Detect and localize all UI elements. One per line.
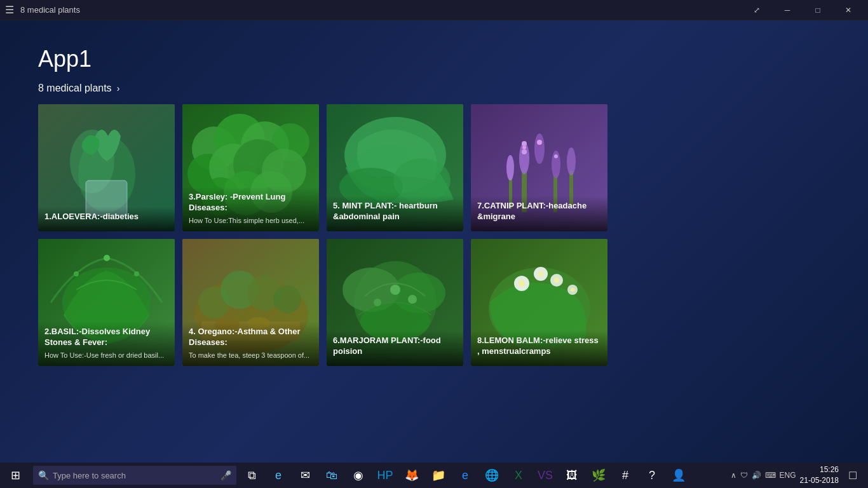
close-button[interactable]: ✕ [834, 0, 863, 20]
taskbar-apps: ⧉ e ✉ 🛍 ◉ HP 🦊 📁 e 🌐 X VS 🖼 🌿 # ? 👤 [239, 463, 691, 488]
app-content: App1 8 medical plants › 1.ALOEVERA:-diab… [0, 20, 868, 463]
svg-point-64 [538, 271, 543, 276]
plant-card-overlay-5: 2.BASIL:-Dissolves Kidney Stones & Fever… [38, 322, 175, 366]
lang-indicator[interactable]: ENG [780, 471, 796, 480]
help-icon[interactable]: ? [639, 463, 665, 488]
user-icon[interactable]: 👤 [666, 463, 691, 488]
volume-icon[interactable]: 🔊 [752, 471, 761, 480]
plant-card-title-4: 7.CATNIP PLANT:-headache &migrane [477, 201, 601, 222]
excel-icon[interactable]: X [506, 463, 531, 488]
keyboard-icon[interactable]: ⌨ [765, 471, 776, 480]
plant-card-overlay-3: 5. MINT PLANT:- heartburn &abdominal pai… [327, 196, 463, 231]
titlebar-controls: ⤢ ─ □ ✕ [742, 0, 863, 20]
plant-card-title-6: 4. Oregano:-Asthma & Other Diseases: [189, 327, 313, 348]
section-header[interactable]: 8 medical plants › [38, 83, 830, 94]
plant-card-title-8: 8.LEMON BALM:-relieve stress , menstrual… [477, 336, 601, 357]
app2-icon[interactable]: 🌿 [586, 463, 611, 488]
plant-card-title-2: 3.Parsley: -Prevent Lung Diseases: [189, 192, 313, 214]
svg-point-37 [104, 255, 110, 261]
svg-point-33 [554, 154, 558, 158]
edge-icon[interactable]: e [266, 463, 291, 488]
svg-point-55 [374, 299, 381, 306]
plant-card-desc-6: To make the tea, steep 3 teaspoon of... [189, 351, 313, 360]
svg-point-27 [506, 155, 514, 180]
svg-point-28 [567, 147, 576, 175]
plant-card-4[interactable]: 7.CATNIP PLANT:-headache &migrane [471, 104, 607, 231]
plant-card-desc-2: How To Use:This simple herb used,... [189, 216, 313, 225]
plant-card-overlay-7: 6.MARJORAM PLANT:-food poision [327, 330, 463, 366]
plant-card-6[interactable]: 4. Oregano:-Asthma & Other Diseases: To … [182, 239, 319, 366]
titlebar-left: ☰ 8 medical plants [5, 4, 80, 16]
plant-card-8[interactable]: 8.LEMON BALM:-relieve stress , menstrual… [471, 239, 607, 366]
taskbar-right: ∧ 🛡 🔊 ⌨ ENG 15:26 21-05-2018 ☐ [731, 463, 868, 488]
plant-card-3[interactable]: 5. MINT PLANT:- heartburn &abdominal pai… [327, 104, 463, 231]
svg-point-39 [134, 271, 139, 276]
hamburger-icon[interactable]: ☰ [5, 4, 14, 16]
search-bar[interactable]: 🔍 Type here to search 🎤 [33, 466, 236, 485]
plant-card-2[interactable]: 3.Parsley: -Prevent Lung Diseases: How T… [182, 104, 319, 231]
plant-card-title-7: 6.MARJORAM PLANT:-food poision [333, 336, 457, 357]
ie-icon[interactable]: e [452, 463, 478, 488]
plant-card-title-3: 5. MINT PLANT:- heartburn &abdominal pai… [333, 201, 457, 222]
maximize-button[interactable]: □ [803, 0, 832, 20]
store-icon[interactable]: 🛍 [319, 463, 344, 488]
section-title: 8 medical plants [38, 83, 112, 94]
mail-icon[interactable]: ✉ [292, 463, 318, 488]
search-placeholder: Type here to search [53, 471, 217, 480]
vs-icon[interactable]: VS [532, 463, 558, 488]
plant-card-overlay-6: 4. Oregano:-Asthma & Other Diseases: To … [182, 322, 319, 366]
date-display: 21-05-2018 [800, 475, 839, 486]
svg-point-34 [537, 140, 542, 145]
search-icon: 🔍 [38, 470, 49, 480]
expand-button[interactable]: ⤢ [742, 0, 771, 20]
plant-grid: 1.ALOEVERA:-diabeties 3.Parsley: -Preven… [38, 104, 830, 366]
hp-icon[interactable]: HP [372, 463, 398, 488]
photos-icon[interactable]: 🖼 [559, 463, 585, 488]
plant-card-1[interactable]: 1.ALOEVERA:-diabeties [38, 104, 175, 231]
svg-point-56 [408, 295, 417, 304]
minimize-button[interactable]: ─ [773, 0, 802, 20]
browser2-icon[interactable]: ◉ [346, 463, 371, 488]
section-chevron-icon: › [117, 83, 120, 93]
notification-button[interactable]: ☐ [843, 463, 863, 488]
chrome-icon[interactable]: 🌐 [479, 463, 505, 488]
plant-card-7[interactable]: 6.MARJORAM PLANT:-food poision [327, 239, 463, 366]
svg-point-66 [571, 288, 574, 292]
svg-point-54 [390, 285, 400, 295]
chevron-up-icon[interactable]: ∧ [731, 471, 736, 480]
svg-point-29 [534, 133, 545, 164]
svg-point-38 [74, 271, 79, 276]
microphone-icon[interactable]: 🎤 [220, 470, 231, 480]
folder-icon[interactable]: 📁 [426, 463, 451, 488]
plant-card-title-5: 2.BASIL:-Dissolves Kidney Stones & Fever… [44, 327, 168, 348]
plant-card-overlay-8: 8.LEMON BALM:-relieve stress , menstrual… [471, 330, 607, 366]
window-title: 8 medical plants [20, 5, 80, 15]
firefox-icon[interactable]: 🦊 [399, 463, 424, 488]
title-bar: ☰ 8 medical plants ⤢ ─ □ ✕ [0, 0, 868, 20]
start-button[interactable]: ⊞ [0, 463, 31, 488]
antivirus-icon[interactable]: 🛡 [740, 471, 748, 480]
plant-card-title-1: 1.ALOEVERA:-diabeties [44, 212, 168, 222]
calc-icon[interactable]: # [613, 463, 638, 488]
app-title: App1 [38, 46, 830, 72]
plant-card-overlay-2: 3.Parsley: -Prevent Lung Diseases: How T… [182, 187, 319, 231]
taskbar: ⊞ 🔍 Type here to search 🎤 ⧉ e ✉ 🛍 ◉ HP 🦊… [0, 463, 868, 488]
svg-point-45 [273, 285, 301, 313]
plant-card-desc-5: How To Use:-Use fresh or dried basil... [44, 351, 168, 360]
svg-point-30 [522, 149, 527, 154]
svg-point-60 [519, 280, 525, 287]
clock-display[interactable]: 15:26 21-05-2018 [800, 464, 839, 486]
svg-point-62 [554, 278, 559, 283]
time-display: 15:26 [800, 464, 839, 475]
plant-card-overlay-4: 7.CATNIP PLANT:-headache &migrane [471, 196, 607, 231]
plant-card-5[interactable]: 2.BASIL:-Dissolves Kidney Stones & Fever… [38, 239, 175, 366]
plant-card-overlay-1: 1.ALOEVERA:-diabeties [38, 207, 175, 231]
task-view-button[interactable]: ⧉ [239, 463, 264, 488]
svg-point-32 [522, 141, 527, 146]
